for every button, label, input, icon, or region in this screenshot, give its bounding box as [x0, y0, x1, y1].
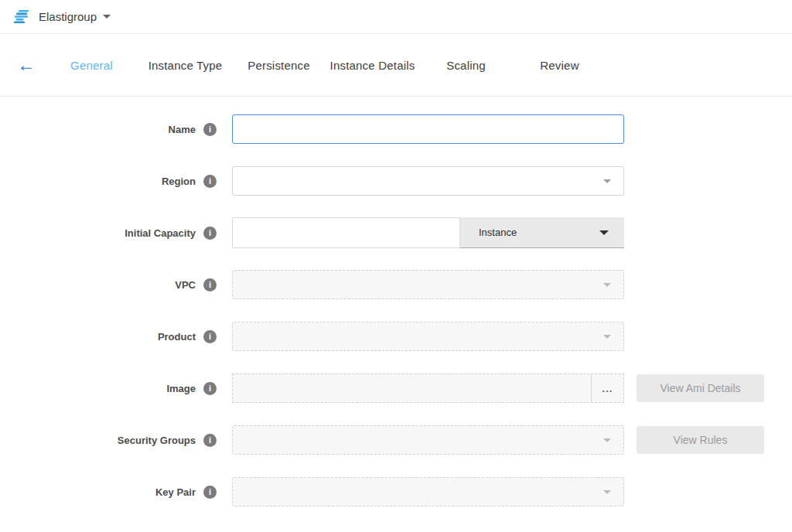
chevron-down-icon: [603, 490, 611, 494]
elastigroup-logo-icon: [12, 9, 31, 25]
form-row-security-groups: Security Groups i View Rules: [0, 425, 792, 455]
initial-capacity-input[interactable]: [232, 217, 460, 248]
vpc-label: VPC: [175, 279, 196, 291]
key-pair-select: [232, 477, 624, 506]
form-row-initial-capacity: Initial Capacity i Instance: [0, 217, 792, 248]
view-ami-details-button[interactable]: View Ami Details: [637, 374, 764, 402]
wizard-tabs: General Instance Type Persistence Instan…: [45, 54, 606, 77]
name-input[interactable]: [232, 114, 624, 144]
image-picker: ...: [232, 373, 624, 403]
form-row-name: Name i: [0, 114, 792, 145]
info-icon[interactable]: i: [203, 486, 217, 499]
form-row-vpc: VPC i: [0, 269, 792, 300]
app-title: Elastigroup: [39, 10, 97, 23]
product-label: Product: [158, 331, 196, 343]
chevron-down-icon: [599, 230, 609, 235]
app-header: Elastigroup: [0, 0, 792, 34]
app-switcher[interactable]: Elastigroup: [12, 9, 111, 25]
key-pair-label: Key Pair: [155, 486, 196, 498]
form-row-region: Region i: [0, 165, 792, 196]
back-button[interactable]: ←: [17, 56, 36, 74]
info-icon[interactable]: i: [203, 123, 217, 136]
chevron-down-icon: [603, 283, 611, 287]
region-select[interactable]: [232, 166, 624, 196]
general-form: Name i Region i Initial Capacity i: [0, 97, 792, 507]
vpc-select: [232, 270, 624, 299]
info-icon[interactable]: i: [203, 382, 217, 395]
security-groups-select: [232, 425, 624, 455]
product-selected-value: [233, 331, 242, 343]
info-icon[interactable]: i: [203, 227, 217, 240]
form-row-key-pair: Key Pair i: [0, 476, 792, 507]
info-icon[interactable]: i: [203, 175, 217, 188]
info-icon[interactable]: i: [203, 330, 217, 343]
name-label: Name: [169, 124, 196, 135]
key-pair-selected-value: [233, 486, 242, 499]
tab-instance-type[interactable]: Instance Type: [138, 54, 232, 77]
image-value: [233, 374, 591, 402]
chevron-down-icon: [603, 438, 611, 442]
chevron-down-icon: [603, 335, 611, 339]
wizard-tabbar: ← General Instance Type Persistence Inst…: [0, 34, 792, 97]
image-browse-button[interactable]: ...: [591, 374, 623, 402]
capacity-unit-select[interactable]: Instance: [460, 217, 624, 248]
tab-general[interactable]: General: [45, 54, 138, 77]
image-label: Image: [166, 383, 196, 394]
vpc-selected-value: [233, 279, 242, 292]
tab-review[interactable]: Review: [513, 54, 606, 77]
tab-instance-details[interactable]: Instance Details: [326, 54, 419, 77]
chevron-down-icon: [603, 179, 611, 183]
capacity-unit-value: Instance: [479, 227, 517, 238]
product-select: [232, 322, 624, 351]
view-rules-button[interactable]: View Rules: [637, 426, 764, 454]
initial-capacity-label: Initial Capacity: [125, 227, 196, 239]
security-groups-label: Security Groups: [118, 435, 196, 446]
info-icon[interactable]: i: [203, 278, 217, 292]
info-icon[interactable]: i: [203, 434, 217, 447]
region-label: Region: [162, 176, 196, 187]
tab-scaling[interactable]: Scaling: [419, 54, 513, 77]
region-selected-value: [233, 176, 242, 188]
tab-persistence[interactable]: Persistence: [232, 54, 326, 77]
form-row-product: Product i: [0, 321, 792, 352]
form-row-image: Image i ... View Ami Details: [0, 373, 792, 404]
chevron-down-icon: [103, 15, 111, 19]
security-groups-selected-value: [233, 435, 242, 447]
